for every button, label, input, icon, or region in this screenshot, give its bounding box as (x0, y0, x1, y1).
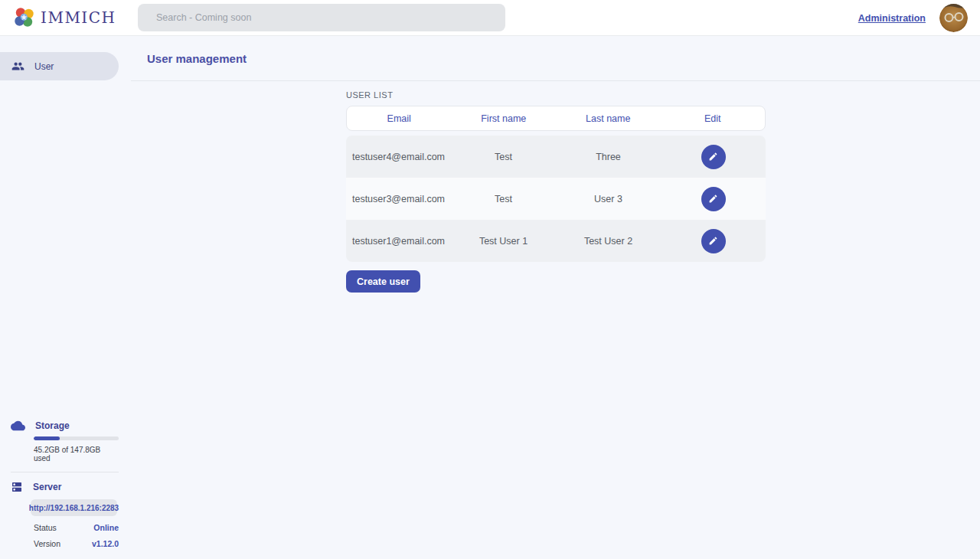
server-title: Server (33, 482, 61, 492)
cell-email: testuser3@email.com (346, 194, 451, 204)
cell-first-name: Test (451, 194, 556, 204)
table-row: testuser3@email.com Test User 3 (346, 178, 766, 220)
immich-flower-icon (14, 7, 34, 28)
table-header-row: Email First name Last name Edit (346, 106, 766, 131)
cell-last-name: Test User 2 (556, 236, 661, 247)
edit-user-button[interactable] (701, 187, 726, 211)
create-user-button[interactable]: Create user (346, 270, 420, 293)
server-url-badge: http://192.168.1.216:2283 (31, 499, 117, 516)
cloud-icon (11, 420, 25, 431)
edit-user-button[interactable] (701, 145, 726, 169)
column-header-email: Email (347, 113, 452, 124)
pencil-icon (708, 194, 718, 204)
column-header-first-name: First name (452, 113, 557, 124)
version-label: Version (34, 539, 60, 548)
main-area: User management USER LIST Email First na… (119, 36, 980, 293)
administration-link[interactable]: Administration (858, 13, 926, 24)
table-row: testuser4@email.com Test Three (346, 136, 766, 178)
edit-user-button[interactable] (701, 229, 726, 253)
cell-first-name: Test User 1 (451, 236, 556, 247)
cell-last-name: Three (556, 152, 661, 162)
sidebar-bottom: Storage 45.2GB of 147.8GB used Server ht… (0, 420, 119, 559)
storage-progress-fill (34, 436, 60, 440)
version-value: v1.12.0 (92, 539, 119, 548)
app-name: IMMICH (41, 8, 116, 27)
cell-email: testuser4@email.com (346, 152, 451, 162)
pencil-icon (708, 236, 718, 246)
sidebar-item-label: User (34, 61, 54, 72)
page-title: User management (147, 52, 247, 65)
sidebar-divider (11, 472, 119, 472)
cell-last-name: User 3 (556, 194, 661, 204)
storage-progress-bar (34, 436, 119, 440)
storage-title: Storage (35, 420, 70, 431)
cell-email: testuser1@email.com (346, 236, 451, 247)
sidebar-item-user[interactable]: User (0, 52, 119, 80)
cell-first-name: Test (451, 152, 556, 162)
column-header-last-name: Last name (556, 113, 661, 124)
server-status-row: Status Online (34, 523, 119, 532)
people-group-icon (11, 60, 24, 73)
server-version-row: Version v1.12.0 (34, 539, 119, 548)
status-value: Online (93, 523, 119, 532)
user-table: testuser4@email.com Test Three testuser3… (346, 136, 766, 262)
top-navbar: IMMICH Administration (0, 0, 980, 36)
sidebar: User Storage 45.2GB of 147.8GB used Serv… (0, 36, 119, 559)
pencil-icon (708, 152, 718, 162)
main-header: User management (131, 36, 980, 81)
search-input[interactable] (138, 4, 505, 31)
user-avatar[interactable] (939, 4, 968, 32)
column-header-edit: Edit (661, 113, 766, 124)
user-list-label: USER LIST (346, 90, 766, 100)
storage-usage-text: 45.2GB of 147.8GB used (34, 446, 119, 463)
table-row: testuser1@email.com Test User 1 Test Use… (346, 220, 766, 262)
immich-logo[interactable]: IMMICH (14, 7, 116, 28)
status-label: Status (34, 523, 57, 532)
server-icon (11, 481, 23, 493)
